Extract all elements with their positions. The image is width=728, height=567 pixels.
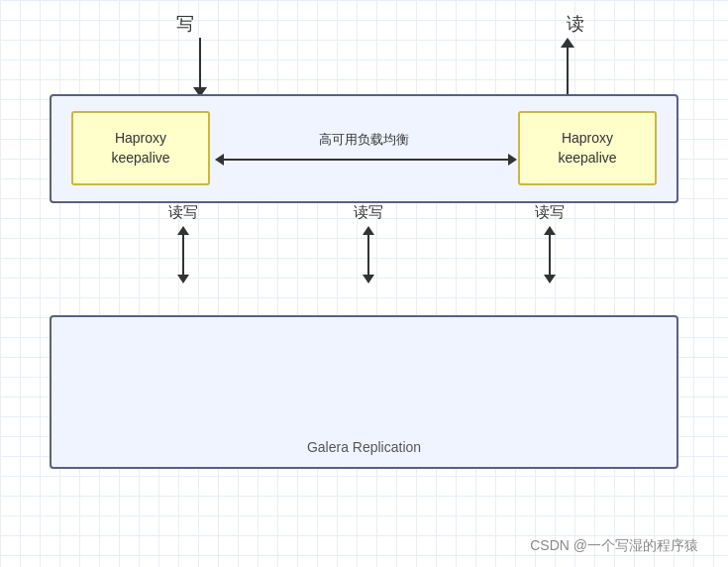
read-arrow-line bbox=[567, 48, 569, 97]
haproxy-left-label: Haproxykeepalive bbox=[111, 129, 169, 168]
rw-label-middle: 读写 bbox=[354, 203, 383, 222]
bidir-left-up bbox=[177, 226, 189, 235]
bidir-right-down bbox=[544, 275, 556, 284]
v-arrow-left: 读写 bbox=[168, 203, 198, 284]
bidir-mid-up bbox=[363, 226, 374, 235]
v-arrow-middle: 读写 bbox=[354, 203, 383, 284]
ha-label: 高可用负载均衡 bbox=[319, 131, 409, 149]
bidir-arrow-left bbox=[177, 226, 189, 284]
rw-label-right: 读写 bbox=[535, 203, 565, 222]
galera-label: Galera Replication bbox=[52, 439, 676, 455]
bidir-mid-down bbox=[363, 275, 374, 284]
write-label: 写 bbox=[176, 12, 194, 36]
bidir-right-line bbox=[549, 235, 551, 275]
v-arrows-inner: 读写 读写 读写 bbox=[50, 203, 678, 317]
ha-arrow-right-head bbox=[508, 154, 517, 166]
rw-label-left: 读写 bbox=[168, 203, 198, 222]
bidir-left-line bbox=[182, 235, 184, 275]
haproxy-right-box: Haproxykeepalive bbox=[518, 111, 657, 185]
write-arrow-line bbox=[199, 38, 201, 87]
haproxy-left-box: Haproxykeepalive bbox=[71, 111, 210, 185]
read-label: 读 bbox=[567, 12, 584, 36]
bidir-arrow-middle bbox=[363, 226, 374, 284]
vertical-arrows-section: 读写 读写 读写 bbox=[50, 203, 678, 317]
v-arrow-right: 读写 bbox=[535, 203, 565, 284]
bidir-left-down bbox=[177, 275, 189, 284]
write-arrow bbox=[193, 38, 207, 97]
read-arrow bbox=[561, 38, 574, 97]
bidir-mid-line bbox=[367, 235, 369, 275]
haproxy-container: Haproxykeepalive 高可用负载均衡 Haproxykeepaliv… bbox=[50, 94, 678, 203]
haproxy-right-label: Haproxykeepalive bbox=[558, 129, 616, 168]
read-arrow-head bbox=[561, 38, 574, 48]
diagram-content: 写 读 Haproxykeepalive 高可用负载均衡 Haproxykeep… bbox=[0, 0, 728, 567]
ha-bidirectional-arrow bbox=[215, 154, 517, 166]
galera-container: A库 B库 C库 Galera Replication bbox=[50, 315, 678, 469]
bidir-arrow-right bbox=[544, 226, 556, 284]
ha-arrow-left-head bbox=[215, 154, 224, 166]
watermark: CSDN @一个写湿的程序猿 bbox=[530, 537, 698, 555]
ha-arrow-line bbox=[224, 159, 508, 161]
bidir-right-up bbox=[544, 226, 556, 235]
